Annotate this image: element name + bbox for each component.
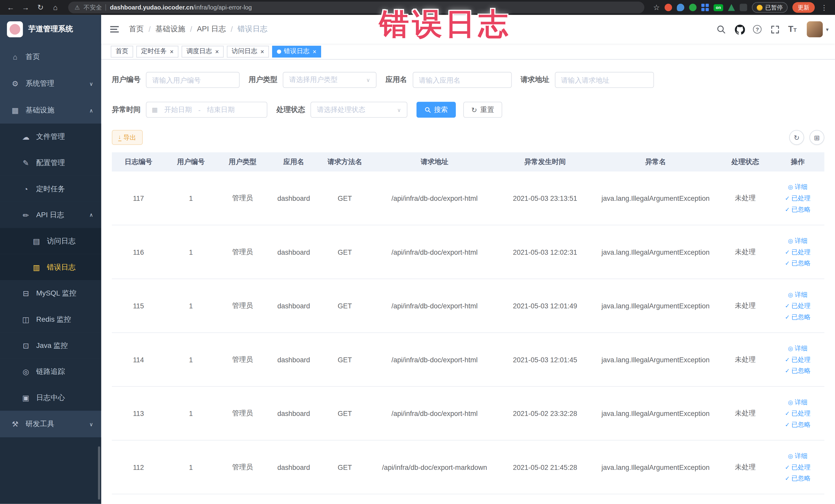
- processed-link[interactable]: ✓已处理: [785, 301, 811, 310]
- cell-user-type: 管理员: [217, 355, 268, 364]
- tags-view: 首页 定时任务 × 调度日志 × 访问日志 × 错误日志 ×: [101, 44, 835, 60]
- user-type-select[interactable]: 请选择用户类型 ∨: [283, 72, 376, 88]
- ignored-link[interactable]: ✓已忽略: [785, 420, 811, 429]
- processed-link[interactable]: ✓已处理: [785, 355, 811, 364]
- browser-back-icon[interactable]: ←: [4, 1, 17, 14]
- tab-error-log[interactable]: 错误日志 ×: [272, 45, 321, 57]
- sidebar-scrollbar[interactable]: [98, 446, 100, 500]
- cell-status: 未处理: [719, 247, 771, 257]
- sidebar-item-dev-tools[interactable]: ⚒ 研发工具 ∨: [0, 411, 101, 438]
- cell-log-id: 116: [112, 248, 165, 256]
- tab-dispatch-log[interactable]: 调度日志 ×: [182, 45, 224, 57]
- browser-update-button[interactable]: 更新: [792, 2, 815, 13]
- close-icon[interactable]: ×: [313, 48, 317, 55]
- app-name-input[interactable]: [412, 72, 512, 88]
- cell-actions: ◎详细 ✓已处理 ✓已忽略: [771, 183, 824, 214]
- sidebar-item-access-log[interactable]: ▤ 访问日志: [0, 228, 101, 254]
- sidebar-item-redis-monitor[interactable]: ◫ Redis 监控: [0, 306, 101, 332]
- eye-icon: ◎: [788, 184, 793, 190]
- hamburger-icon[interactable]: [101, 15, 128, 44]
- refresh-button[interactable]: ↻: [789, 130, 804, 145]
- detail-link[interactable]: ◎详细: [788, 290, 808, 299]
- github-icon[interactable]: [734, 24, 745, 35]
- process-status-select[interactable]: 请选择处理状态 ∨: [311, 102, 408, 118]
- reset-button[interactable]: ↻ 重置: [463, 102, 502, 118]
- search-button[interactable]: 搜索: [416, 102, 456, 118]
- sidebar-item-scheduled-jobs[interactable]: ◔ 定时任务: [0, 176, 101, 202]
- cell-log-id: 117: [112, 194, 165, 202]
- sidebar-item-home[interactable]: ⌂ 首页: [0, 44, 101, 70]
- extension-icon[interactable]: [689, 4, 697, 11]
- extension-pin-icon[interactable]: [740, 4, 747, 11]
- browser-reload-icon[interactable]: ↻: [34, 1, 47, 14]
- cell-exception-name: java.lang.IllegalArgumentException: [592, 463, 719, 471]
- fullscreen-icon[interactable]: [770, 24, 780, 35]
- tab-home[interactable]: 首页: [111, 45, 133, 57]
- ignored-link[interactable]: ✓已忽略: [785, 205, 811, 214]
- column-settings-button[interactable]: ⊞: [809, 130, 824, 145]
- url-bar[interactable]: ⚠ 不安全 dashboard.yudao.iocoder.cn/infra/l…: [68, 2, 645, 13]
- detail-link[interactable]: ◎详细: [788, 344, 808, 353]
- detail-link[interactable]: ◎详细: [788, 451, 808, 460]
- export-button[interactable]: ↓ 导出: [112, 130, 142, 145]
- processed-link[interactable]: ✓已处理: [785, 409, 811, 418]
- user-id-input[interactable]: [146, 72, 240, 88]
- breadcrumb-api-logs[interactable]: API 日志: [197, 24, 226, 34]
- extension-grid-icon[interactable]: [701, 4, 709, 11]
- sidebar-item-file-management[interactable]: ☁ 文件管理: [0, 123, 101, 150]
- check-icon: ✓: [785, 195, 790, 201]
- column-header: 请求方法名: [319, 157, 371, 167]
- paused-extension-button[interactable]: 已暂停: [752, 2, 788, 13]
- check-icon: ✓: [785, 260, 790, 266]
- sidebar-item-config-management[interactable]: ✎ 配置管理: [0, 150, 101, 176]
- sidebar-item-log-center[interactable]: ▣ 日志中心: [0, 385, 101, 411]
- browser-home-icon[interactable]: ⌂: [49, 1, 62, 14]
- refresh-icon: ↻: [794, 134, 799, 141]
- breadcrumb-home[interactable]: 首页: [129, 24, 144, 34]
- bookmark-star-icon[interactable]: ☆: [653, 3, 660, 12]
- ignored-link[interactable]: ✓已忽略: [785, 313, 811, 321]
- browser-forward-icon[interactable]: →: [19, 1, 32, 14]
- sidebar-item-trace[interactable]: ◎ 链路追踪: [0, 358, 101, 385]
- tab-scheduled-jobs[interactable]: 定时任务 ×: [136, 45, 178, 57]
- close-icon[interactable]: ×: [170, 48, 174, 55]
- sidebar-item-java-monitor[interactable]: ⊡ Java 监控: [0, 332, 101, 359]
- extension-icon[interactable]: [665, 4, 672, 11]
- ignored-link[interactable]: ✓已忽略: [785, 259, 811, 267]
- detail-link[interactable]: ◎详细: [788, 183, 808, 191]
- detail-link[interactable]: ◎详细: [788, 236, 808, 245]
- detail-link[interactable]: ◎详细: [788, 398, 808, 407]
- ignored-link[interactable]: ✓已忽略: [785, 474, 811, 483]
- sidebar-item-system-management[interactable]: ⚙ 系统管理 ∨: [0, 70, 101, 97]
- processed-link[interactable]: ✓已处理: [785, 247, 811, 257]
- sidebar-item-mysql-monitor[interactable]: ⊟ MySQL 监控: [0, 280, 101, 306]
- tools-icon: ⚒: [11, 420, 20, 428]
- cell-user-id: 1: [165, 194, 217, 202]
- sidebar-item-infrastructure[interactable]: ▦ 基础设施 ∧: [0, 97, 101, 124]
- cell-user-id: 1: [165, 463, 217, 471]
- sidebar-item-error-log[interactable]: ▥ 错误日志: [0, 254, 101, 280]
- close-icon[interactable]: ×: [261, 48, 264, 55]
- processed-link[interactable]: ✓已处理: [785, 463, 811, 472]
- extension-icon[interactable]: [677, 4, 684, 11]
- processed-link[interactable]: ✓已处理: [785, 194, 811, 203]
- eye-icon: ◎: [788, 292, 793, 298]
- close-icon[interactable]: ×: [215, 48, 219, 55]
- search-icon[interactable]: [716, 24, 726, 35]
- tab-access-log[interactable]: 访问日志 ×: [227, 45, 269, 57]
- sidebar-item-api-logs[interactable]: ✏ API 日志 ∧: [0, 202, 101, 228]
- user-menu[interactable]: ▾: [807, 21, 829, 37]
- navbar-actions: ? TT ▾: [716, 21, 829, 37]
- font-size-icon[interactable]: TT: [788, 25, 797, 34]
- extension-on-badge[interactable]: on: [714, 4, 723, 11]
- timer-icon: ◔: [21, 185, 30, 193]
- request-url-input[interactable]: [555, 72, 654, 88]
- cell-request-url: /api/infra/db-doc/export-html: [371, 248, 498, 256]
- ignored-link[interactable]: ✓已忽略: [785, 366, 811, 375]
- help-icon[interactable]: ?: [753, 25, 761, 34]
- browser-menu-icon[interactable]: ⋮: [820, 3, 829, 11]
- date-range-picker[interactable]: ▦ 开始日期 - 结束日期: [146, 102, 267, 118]
- extension-tree-icon[interactable]: [728, 4, 735, 11]
- breadcrumb-infrastructure[interactable]: 基础设施: [156, 24, 185, 34]
- security-label[interactable]: 不安全: [83, 3, 102, 11]
